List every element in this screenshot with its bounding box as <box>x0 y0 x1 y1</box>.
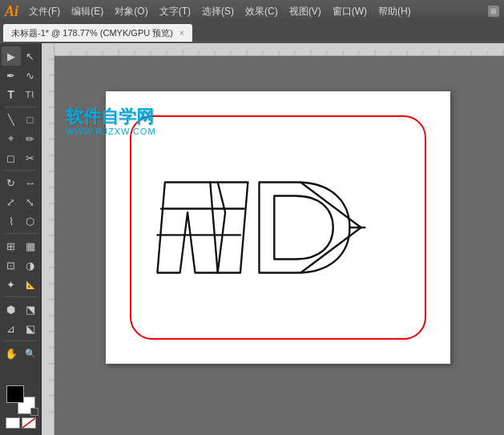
touch-type-tool[interactable]: T⌇ <box>21 85 40 104</box>
window-controls: ⊞ <box>488 6 499 17</box>
tab-label: 未标题-1* @ 178.77% (CMYK/GPU 预览) <box>11 27 173 39</box>
reset-colors-icon[interactable] <box>30 408 38 416</box>
menu-view[interactable]: 视图(V) <box>284 0 327 22</box>
menu-help[interactable]: 帮助(H) <box>373 0 417 22</box>
svg-rect-0 <box>54 43 504 56</box>
svg-rect-29 <box>42 43 54 435</box>
column-graph-tool[interactable]: ▦ <box>21 236 40 256</box>
menu-type[interactable]: 文字(T) <box>154 0 196 22</box>
menu-object[interactable]: 对象(O) <box>109 0 153 22</box>
direct-select-tool[interactable]: ↖ <box>21 46 40 66</box>
curvature-tool[interactable]: ∿ <box>21 66 40 85</box>
menu-effect[interactable]: 效果(C) <box>240 0 284 22</box>
tab-bar: 未标题-1* @ 178.77% (CMYK/GPU 预览) × <box>0 22 504 43</box>
perspective-tool[interactable]: ⊿ <box>2 319 21 338</box>
paintbrush-tool[interactable]: ⌖ <box>2 129 21 148</box>
pencil-tool[interactable]: ✏ <box>21 129 40 148</box>
horizontal-ruler <box>54 43 504 56</box>
tool-separator-4 <box>5 296 37 297</box>
document-tab[interactable]: 未标题-1* @ 178.77% (CMYK/GPU 预览) × <box>3 24 192 42</box>
blend-tool[interactable]: ⬢ <box>2 300 21 319</box>
shear-tool[interactable]: ⤡ <box>21 192 40 211</box>
symbol-tool[interactable]: ⊞ <box>2 236 21 256</box>
rotate-tool[interactable]: ↻ <box>2 173 21 192</box>
select-tool[interactable]: ▶ <box>2 46 21 66</box>
svg-line-57 <box>300 183 361 228</box>
live-paint-tool[interactable]: ⬔ <box>21 300 40 319</box>
menu-file[interactable]: 文件(F) <box>23 0 66 22</box>
slice-tool[interactable]: ⬕ <box>21 319 40 338</box>
none-swatch[interactable] <box>22 417 36 429</box>
zoom-tool[interactable]: 🔍 <box>21 344 40 363</box>
menu-edit[interactable]: 编辑(E) <box>66 0 109 22</box>
vertical-ruler <box>42 43 54 435</box>
foreground-color-swatch[interactable] <box>6 385 24 403</box>
svg-marker-53 <box>157 183 217 273</box>
hand-tool[interactable]: ✋ <box>2 344 21 363</box>
menu-select[interactable]: 选择(S) <box>196 0 240 22</box>
reflect-tool[interactable]: ↔ <box>21 173 40 192</box>
menu-bar: 文件(F) 编辑(E) 对象(O) 文字(T) 选择(S) 效果(C) 视图(V… <box>23 0 488 22</box>
eyedropper-tool[interactable]: ✦ <box>2 275 21 294</box>
color-swatches <box>6 385 35 414</box>
grid-icon[interactable]: ⊞ <box>488 6 499 17</box>
stroke-swatch[interactable] <box>6 417 20 429</box>
scissors-tool[interactable]: ✂ <box>21 148 40 167</box>
mesh-tool[interactable]: ⊡ <box>2 256 21 275</box>
tool-separator-3 <box>5 233 37 234</box>
main-layout: ▶ ↖ ✒ ∿ T T⌇ ╲ □ ⌖ ✏ ◻ ✂ ↻ ↔ ⤢ <box>0 43 504 435</box>
tool-separator-5 <box>5 340 37 341</box>
tool-separator-2 <box>5 170 37 171</box>
color-area <box>2 382 39 432</box>
type-tool[interactable]: T <box>2 85 21 104</box>
tool-separator-1 <box>5 107 37 107</box>
eraser-tool[interactable]: ◻ <box>2 148 21 167</box>
wd-logo-frame <box>130 115 426 340</box>
title-bar: Ai 文件(F) 编辑(E) 对象(O) 文字(T) 选择(S) 效果(C) 视… <box>0 0 504 22</box>
toolbar: ▶ ↖ ✒ ∿ T T⌇ ╲ □ ⌖ ✏ ◻ ✂ ↻ ↔ ⤢ <box>0 43 42 435</box>
free-transform-tool[interactable]: ⬡ <box>21 211 40 231</box>
warp-tool[interactable]: ⌇ <box>2 211 21 231</box>
svg-line-58 <box>300 228 361 272</box>
app-logo: Ai <box>5 3 18 20</box>
artboard <box>106 91 450 364</box>
pen-tool[interactable]: ✒ <box>2 66 21 85</box>
gradient-tool[interactable]: ◑ <box>21 256 40 275</box>
stroke-fill-row <box>6 417 36 429</box>
measure-tool[interactable]: 📐 <box>21 275 40 294</box>
tab-close-button[interactable]: × <box>179 29 184 38</box>
rect-tool[interactable]: □ <box>21 110 40 129</box>
menu-window[interactable]: 窗口(W) <box>327 0 373 22</box>
scale-tool[interactable]: ⤢ <box>2 192 21 211</box>
wd-logo-svg <box>150 155 406 300</box>
canvas-area[interactable]: 软件自学网 WWW.RJZXW.COM <box>42 43 504 435</box>
line-tool[interactable]: ╲ <box>2 110 21 129</box>
